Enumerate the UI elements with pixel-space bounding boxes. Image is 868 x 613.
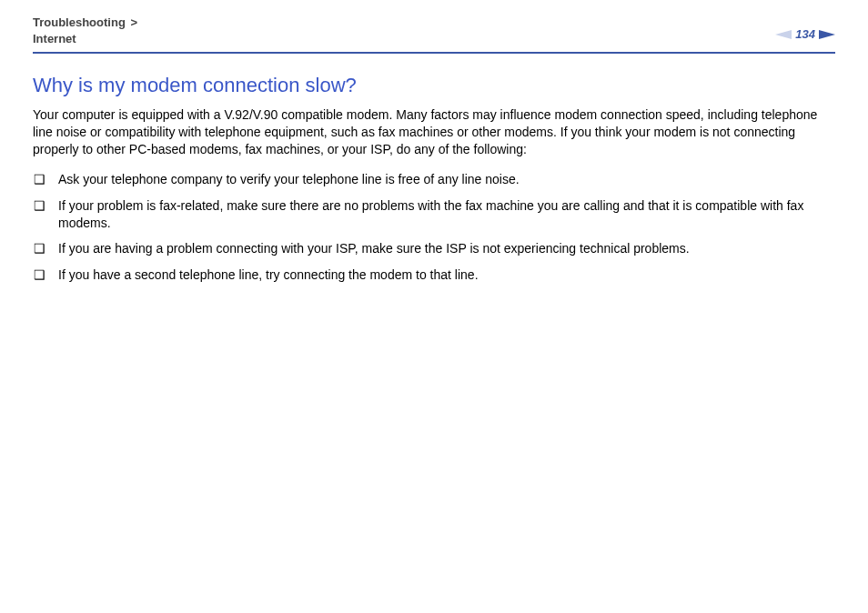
page-content: Why is my modem connection slow? Your co…	[33, 74, 835, 284]
breadcrumb-subsection: Internet	[33, 31, 139, 47]
breadcrumb-separator: >	[130, 15, 137, 29]
page-number: 134	[795, 27, 815, 41]
document-page: Troubleshooting > Internet 134 Why is my…	[0, 0, 868, 613]
header-divider	[33, 52, 835, 54]
bullet-text: If you are having a problem connecting w…	[58, 240, 835, 257]
bullet-icon: ❑	[33, 240, 45, 257]
page-title: Why is my modem connection slow?	[33, 74, 835, 97]
bullet-text: Ask your telephone company to verify you…	[58, 171, 835, 188]
intro-paragraph: Your computer is equipped with a V.92/V.…	[33, 106, 835, 158]
prev-page-arrow-icon[interactable]	[775, 30, 792, 39]
list-item: ❑ If your problem is fax-related, make s…	[33, 197, 835, 232]
bullet-icon: ❑	[33, 197, 45, 215]
breadcrumb: Troubleshooting > Internet	[33, 15, 139, 46]
list-item: ❑ If you are having a problem connecting…	[33, 240, 835, 257]
list-item: ❑ If you have a second telephone line, t…	[33, 266, 835, 284]
bullet-text: If you have a second telephone line, try…	[58, 266, 835, 284]
bullet-icon: ❑	[33, 266, 45, 284]
breadcrumb-section: Troubleshooting	[33, 15, 126, 29]
list-item: ❑ Ask your telephone company to verify y…	[33, 171, 835, 188]
svg-marker-0	[775, 30, 792, 39]
next-page-arrow-icon[interactable]	[819, 30, 835, 39]
svg-marker-1	[819, 30, 835, 39]
bullet-list: ❑ Ask your telephone company to verify y…	[33, 171, 835, 284]
page-number-nav: 134	[775, 27, 835, 41]
page-header: Troubleshooting > Internet 134	[33, 0, 835, 52]
bullet-icon: ❑	[33, 171, 45, 188]
bullet-text: If your problem is fax-related, make sur…	[58, 197, 835, 232]
